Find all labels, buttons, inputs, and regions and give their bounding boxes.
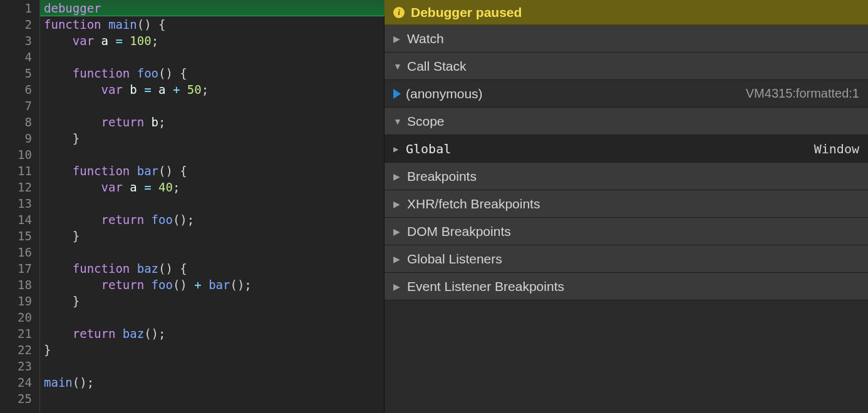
line-number: 22 [0,342,32,358]
section-dom-breakpoints-label: DOM Breakpoints [407,224,511,239]
code-line[interactable]: return foo(); [44,212,384,228]
code-line[interactable]: return baz(); [44,325,384,342]
debugger-sidebar: i Debugger paused ▶ Watch ▼ Call Stack (… [385,0,868,413]
section-scope[interactable]: ▼ Scope [385,108,868,135]
line-number: 13 [0,195,32,212]
code-area[interactable]: debuggerfunction main() { var a = 100; f… [40,0,384,413]
chevron-right-icon: ▶ [393,282,402,292]
line-number: 23 [0,358,32,374]
call-stack-frame-location: VM4315:formatted:1 [746,86,859,101]
code-line[interactable] [44,244,384,260]
call-stack-frame[interactable]: (anonymous) VM4315:formatted:1 [385,80,868,108]
code-line[interactable]: function main() { [44,16,384,33]
line-number: 24 [0,374,32,390]
section-global-listeners-label: Global Listeners [407,252,502,267]
line-number: 9 [0,130,32,146]
section-global-listeners[interactable]: ▶ Global Listeners [385,245,868,273]
section-call-stack[interactable]: ▼ Call Stack [385,53,868,80]
code-line[interactable]: function baz() { [44,260,384,277]
line-number: 25 [0,390,32,407]
line-number: 14 [0,212,32,228]
code-line[interactable]: } [44,293,384,309]
code-line[interactable] [44,390,384,407]
code-line[interactable] [44,195,384,212]
current-frame-arrow-icon [393,89,401,99]
debugger-paused-bar: i Debugger paused [385,0,868,25]
chevron-right-icon: ▶ [393,199,402,209]
section-dom-breakpoints[interactable]: ▶ DOM Breakpoints [385,218,868,245]
line-number: 5 [0,65,32,81]
section-xhr-breakpoints[interactable]: ▶ XHR/fetch Breakpoints [385,190,868,218]
line-number-gutter: 1234567891011121314151617181920212223242… [0,0,40,413]
code-line[interactable]: main(); [44,374,384,390]
line-number: 19 [0,293,32,309]
code-line[interactable] [44,309,384,325]
line-number: 11 [0,163,32,179]
scope-entry-value: Window [814,141,859,156]
code-line[interactable]: return b; [44,114,384,130]
section-scope-label: Scope [407,114,445,129]
code-line[interactable] [44,146,384,163]
line-number: 8 [0,114,32,130]
chevron-right-icon: ▶ [393,171,402,181]
section-event-listener-breakpoints-label: Event Listener Breakpoints [407,279,564,294]
code-line[interactable] [44,358,384,374]
code-line[interactable]: var a = 40; [44,179,384,195]
line-number: 2 [0,16,32,33]
app-root: 1234567891011121314151617181920212223242… [0,0,868,413]
line-number: 1 [0,0,32,16]
line-number: 3 [0,33,32,49]
line-number: 15 [0,228,32,244]
code-line[interactable]: } [44,342,384,358]
call-stack-frame-name: (anonymous) [406,86,483,101]
section-watch[interactable]: ▶ Watch [385,25,868,53]
debugger-paused-label: Debugger paused [411,5,522,20]
chevron-right-icon: ▶ [393,254,402,264]
scope-entry-global[interactable]: ▶ Global Window [385,135,868,163]
code-line[interactable]: var a = 100; [44,33,384,49]
code-line[interactable] [44,49,384,65]
line-number: 18 [0,277,32,293]
code-line[interactable]: } [44,228,384,244]
code-line[interactable]: function bar() { [44,163,384,179]
line-number: 10 [0,146,32,163]
section-event-listener-breakpoints[interactable]: ▶ Event Listener Breakpoints [385,273,868,300]
code-line[interactable]: var b = a + 50; [44,81,384,98]
line-number: 16 [0,244,32,260]
chevron-right-icon: ▶ [393,34,402,44]
line-number: 21 [0,325,32,342]
line-number: 7 [0,98,32,114]
section-call-stack-label: Call Stack [407,59,467,74]
chevron-right-icon: ▶ [393,227,402,237]
scope-entry-name: Global [406,141,451,156]
section-breakpoints-label: Breakpoints [407,169,477,184]
code-line[interactable]: } [44,130,384,146]
line-number: 12 [0,179,32,195]
editor-pane: 1234567891011121314151617181920212223242… [0,0,385,413]
section-xhr-breakpoints-label: XHR/fetch Breakpoints [407,196,540,212]
chevron-right-icon: ▶ [393,144,402,154]
info-icon: i [393,7,405,18]
sidebar-empty-area [385,300,868,413]
code-line[interactable]: return foo() + bar(); [44,277,384,293]
code-line[interactable]: function foo() { [44,65,384,81]
line-number: 4 [0,49,32,65]
chevron-down-icon: ▼ [393,116,402,126]
line-number: 17 [0,260,32,277]
chevron-down-icon: ▼ [393,61,402,71]
line-number: 6 [0,81,32,98]
code-line[interactable] [44,98,384,114]
section-breakpoints[interactable]: ▶ Breakpoints [385,163,868,190]
line-number: 20 [0,309,32,325]
code-line[interactable]: debugger [40,0,385,16]
section-watch-label: Watch [407,31,444,46]
